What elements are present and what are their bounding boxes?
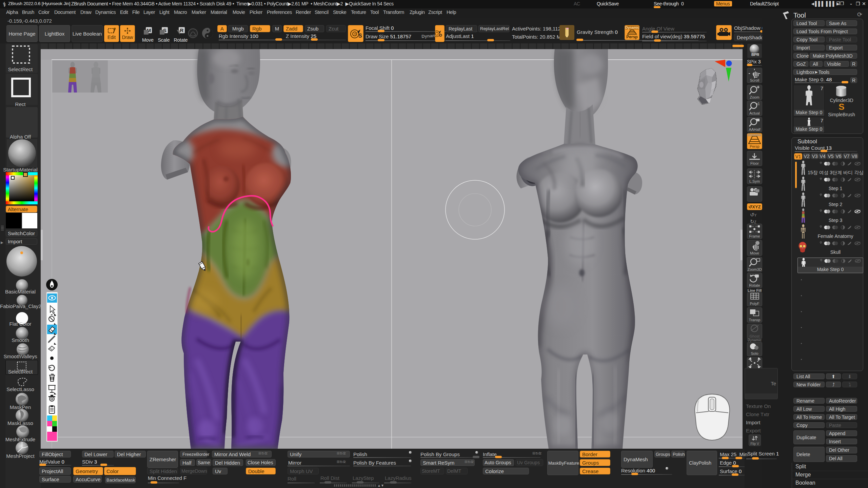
svg-text:BPR: BPR xyxy=(751,53,759,57)
svg-text:S: S xyxy=(839,103,844,111)
svg-text:D: D xyxy=(439,33,442,37)
svg-text:x1: x1 xyxy=(756,102,760,106)
svg-text:R: R xyxy=(180,27,184,33)
svg-text:S: S xyxy=(358,33,362,39)
